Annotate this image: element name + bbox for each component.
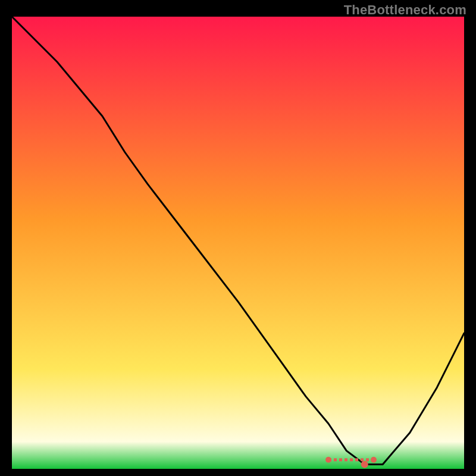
gradient-background [12,17,464,469]
optimum-point-marker [361,461,368,468]
chart-frame: TheBottleneck.com [0,0,476,476]
plot-svg [12,17,464,469]
range-left-marker [325,457,331,463]
range-right-marker [371,457,377,463]
bottleneck-plot [12,17,464,469]
watermark-label: TheBottleneck.com [344,2,466,18]
